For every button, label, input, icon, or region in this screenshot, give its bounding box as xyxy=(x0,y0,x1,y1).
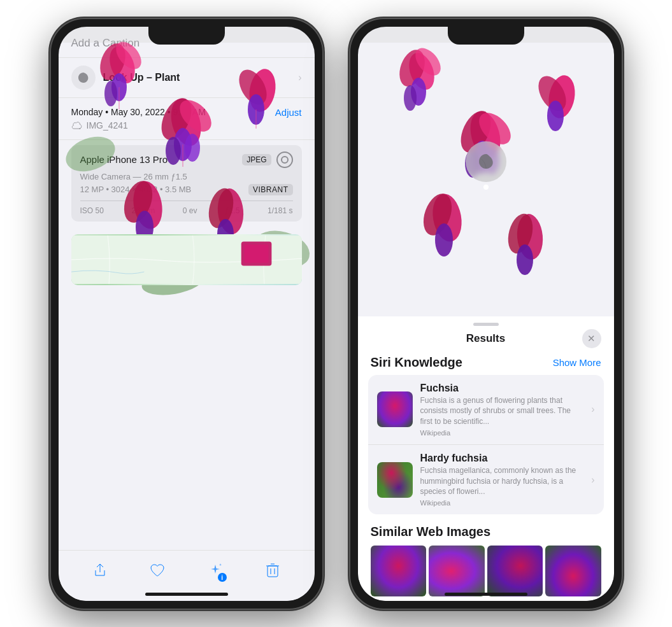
svg-point-10 xyxy=(185,134,200,162)
phone-1-screen: Add a Caption Look Up – Plant › xyxy=(59,27,315,601)
hardy-desc: Fuchsia magellanica, commonly known as t… xyxy=(420,465,584,497)
svg-rect-30 xyxy=(268,566,278,577)
hardy-source: Wikipedia xyxy=(420,499,584,507)
similar-images-grid xyxy=(371,546,601,596)
phone-1: Add a Caption Look Up – Plant › xyxy=(50,18,324,610)
similar-image-2[interactable] xyxy=(429,546,485,596)
toolbar: i xyxy=(59,550,315,601)
svg-point-4 xyxy=(104,81,117,106)
siri-knowledge-title: Siri Knowledge xyxy=(371,355,462,370)
phone-2-frame: Results ✕ Siri Knowledge Show More Fu xyxy=(349,18,623,610)
fuchsia-desc: Fuchsia is a genus of flowering plants t… xyxy=(420,395,584,427)
notch xyxy=(148,27,225,45)
show-more-button[interactable]: Show More xyxy=(553,357,601,368)
knowledge-item-fuchsia[interactable]: Fuchsia Fuchsia is a genus of flowering … xyxy=(368,375,604,444)
similar-image-4[interactable] xyxy=(545,546,601,596)
notch-2 xyxy=(448,27,524,45)
heart-icon xyxy=(149,562,166,579)
fuchsia-title: Fuchsia xyxy=(420,383,584,394)
info-badge-label: i xyxy=(221,574,223,581)
trash-icon xyxy=(265,562,280,579)
favorite-button[interactable] xyxy=(145,558,170,583)
similar-image-1[interactable] xyxy=(371,546,427,596)
fuchsia-content: Fuchsia Fuchsia is a genus of flowering … xyxy=(420,383,584,437)
info-button[interactable]: i xyxy=(203,558,228,583)
siri-knowledge-header: Siri Knowledge Show More xyxy=(358,350,614,375)
map-svg xyxy=(71,234,302,285)
knowledge-item-hardy[interactable]: Hardy fuchsia Fuchsia magellanica, commo… xyxy=(368,444,604,514)
home-indicator-2 xyxy=(445,593,527,596)
svg-point-49 xyxy=(435,223,453,257)
fuchsia-thumbnail xyxy=(377,391,413,427)
home-indicator xyxy=(145,593,228,596)
phone-2-screen: Results ✕ Siri Knowledge Show More Fu xyxy=(358,27,614,601)
results-header: Results ✕ xyxy=(358,326,614,350)
delete-button[interactable] xyxy=(260,558,285,583)
share-icon xyxy=(92,562,108,579)
share-button[interactable] xyxy=(87,558,113,583)
svg-point-37 xyxy=(404,85,417,111)
map-area[interactable] xyxy=(71,234,302,285)
similar-title: Similar Web Images xyxy=(371,525,601,539)
results-title: Results xyxy=(466,332,505,345)
hardy-title: Hardy fuchsia xyxy=(420,453,584,464)
similar-image-3[interactable] xyxy=(487,546,543,596)
vlu-dot xyxy=(483,185,489,190)
similar-section: Similar Web Images xyxy=(358,517,614,600)
svg-point-9 xyxy=(166,137,181,165)
hardy-thumbnail xyxy=(377,462,413,498)
fuchsia-source: Wikipedia xyxy=(420,429,584,437)
knowledge-card: Fuchsia Fuchsia is a genus of flowering … xyxy=(368,375,604,515)
info-badge: i xyxy=(218,573,227,582)
leaf-vlu-icon xyxy=(476,151,496,172)
close-icon: ✕ xyxy=(587,333,596,344)
results-panel: Results ✕ Siri Knowledge Show More Fu xyxy=(358,316,614,601)
svg-point-23 xyxy=(61,130,119,177)
svg-point-46 xyxy=(547,101,564,131)
close-button[interactable]: ✕ xyxy=(582,329,601,348)
phone-1-frame: Add a Caption Look Up – Plant › xyxy=(50,18,324,610)
visual-lookup-button[interactable] xyxy=(466,141,506,182)
hardy-chevron: › xyxy=(591,474,594,486)
hardy-content: Hardy fuchsia Fuchsia magellanica, commo… xyxy=(420,453,584,507)
svg-point-52 xyxy=(517,244,533,275)
fuchsia-chevron: › xyxy=(591,404,594,415)
phone-2: Results ✕ Siri Knowledge Show More Fu xyxy=(349,18,623,610)
svg-rect-29 xyxy=(244,244,268,263)
